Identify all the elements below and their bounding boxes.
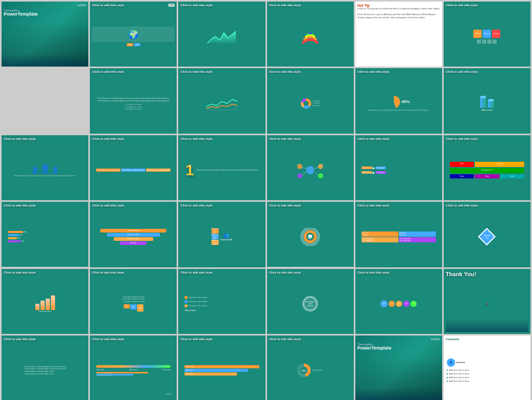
slide-33[interactable]: Click to edit title style 45% ThemeGalle… [267, 336, 354, 400]
cover-title: PowerTemplate [4, 12, 38, 17]
slide-9[interactable]: Click to edit title style ● Concept ● Co… [267, 68, 354, 133]
slide-20-content: Add your vision here Add your vision her… [180, 209, 263, 265]
slide-19[interactable]: Click to edit title style Describe a vis… [90, 202, 177, 267]
slide-27[interactable]: Click to edit title style Descriptionof … [267, 269, 354, 334]
slide-6[interactable]: Click to edit title style Text here Text… [444, 2, 530, 67]
person-icon-2: 👤 [40, 164, 50, 174]
slide-18[interactable]: Click to edit title style 60% 44% 36% 50… [2, 202, 88, 267]
slide-31[interactable]: Click to edit title style Title in here … [90, 336, 177, 400]
line-chart-icon [206, 96, 237, 111]
slide-27-content: Descriptionof thecontents [269, 276, 352, 332]
slide-28-content: CEO Text Text Text Text [357, 276, 440, 332]
slide-30-content: 1 ThemeGallery is a Design Digital Conte… [4, 342, 86, 398]
slide-21[interactable]: Click to edit title style Text [267, 202, 354, 267]
slide-12-content: 👤 👤 👤 ThemeGallery is a Design Digital C… [4, 142, 86, 198]
slide-20[interactable]: Click to edit title style Add your visio… [178, 202, 265, 267]
slide-16[interactable]: Click to edit title style Title in here … [355, 135, 442, 200]
slide-22-content: Text hereText here Text hereText here Cl… [357, 209, 440, 265]
slide-10-content: 45% ThemeGallery is a Design Digital Con… [357, 75, 440, 132]
slide-17[interactable]: Click to edit title style RED Important … [444, 135, 530, 200]
slide-16-content: Title in here ▶ Description Title in her… [357, 142, 440, 198]
svg-marker-0 [207, 31, 236, 43]
slide-13-content: ThemeGallery is a Design Digital ThemeGa… [92, 142, 175, 198]
slide-15[interactable]: Click to edit title style [267, 135, 354, 200]
slide-14[interactable]: Click to edit title style 1 ThemeGallery… [178, 135, 265, 200]
slide-3[interactable]: Click to edit title style [178, 2, 265, 67]
slide-4-content [269, 8, 352, 64]
slide-7-content: ThemeGallery is a Design Digital Content… [92, 75, 175, 132]
slide-33-content: 45% ThemeGallery... [269, 342, 352, 398]
slide-18-content: 60% 44% 36% 50% [4, 209, 86, 265]
hot-tip-content: ● How do I incorporate my LOGO and URL t… [357, 7, 440, 19]
svg-point-3 [297, 164, 302, 169]
slide-19-content: Describe a vision Describe a vision Desc… [92, 209, 175, 265]
slide-23[interactable]: Click to edit title style VisionText [444, 202, 530, 267]
contents-item-4: Add Your Text In here [447, 379, 469, 383]
slide-13[interactable]: Click to edit title style ThemeGallery i… [90, 135, 177, 200]
svg-line-7 [302, 167, 306, 169]
slide-cover2[interactable]: LOGO Themegallery PowerTemplate [355, 336, 442, 400]
contents-content: 👤 Contents Add Your Text In here Add You… [446, 342, 528, 398]
slide-26-content: Description of the contents Description … [180, 276, 263, 332]
slide-24-content: Chart Title in here [4, 276, 86, 332]
business-person-icon: 🕴️ [484, 302, 489, 307]
slide-22[interactable]: Click to edit title style Text hereText … [355, 202, 442, 267]
target-diagram: Text [297, 228, 323, 246]
slide-11[interactable]: Click to edit title style Title in here [444, 68, 530, 133]
area-chart-icon [207, 29, 236, 44]
svg-point-2 [306, 166, 314, 174]
slide-3-content [180, 8, 263, 64]
svg-point-4 [318, 164, 323, 169]
slide-2-content: Title Title [92, 8, 175, 64]
slide-26[interactable]: Click to edit title style Description of… [178, 269, 265, 334]
slide-7[interactable]: Click to edit title style ThemeGallery i… [90, 68, 177, 133]
slide-25-content: 1. Describe contents for a Chart 2. Desc… [92, 276, 175, 332]
slide-24[interactable]: Click to edit title style Chart Title in… [2, 269, 88, 334]
slide-15-content [269, 142, 352, 198]
cover-logo: LOGO [4, 4, 86, 7]
cover2-logo: LOGO [357, 338, 440, 341]
person-icon-3: 👤 [51, 166, 59, 174]
slide-25[interactable]: Click to edit title style 1. Describe co… [90, 269, 177, 334]
slide-grid: LOGO Themegallery PowerTemplate Click to… [0, 0, 532, 400]
slide-thank-you[interactable]: Thank You! 🕴️ [444, 269, 530, 334]
slide-9-content: ● Concept ● Concept ● Concept [269, 75, 352, 132]
slide-31-content: Title in here Title in here Title in her… [92, 342, 175, 398]
thank-you-content: 🕴️ [446, 277, 528, 332]
slide-30[interactable]: Click to edit title style 1 ThemeGallery… [2, 336, 88, 400]
slide-14-content: 1 ThemeGallery is a Design Digital Conte… [180, 142, 263, 198]
slide-32-content: Title in here Title in here Title in her… [180, 342, 263, 398]
slide-4[interactable]: Click to edit title style [267, 2, 354, 67]
rainbow-donut-icon [300, 29, 321, 44]
contents-item-1: Add Your Text In here [447, 368, 469, 372]
slide-cover[interactable]: LOGO Themegallery PowerTemplate [2, 2, 88, 67]
slide-8[interactable]: Click to edit title style [178, 68, 265, 133]
slide-contents[interactable]: Contents 👤 Contents Add Your Text In her… [444, 336, 530, 400]
world-map-icon [92, 27, 175, 42]
svg-text:Text: Text [309, 237, 312, 239]
slide-8-content [180, 75, 263, 132]
svg-line-8 [314, 167, 318, 169]
slide-32[interactable]: Click to edit title style Title in here … [178, 336, 265, 400]
slide-28[interactable]: Click to edit title style CEO Text Text … [355, 269, 442, 334]
connections-diagram [295, 161, 326, 179]
contents-item-2: Add Your Text In here [447, 372, 469, 376]
slide-17-content: RED Important Sub-department Safety Valu… [446, 142, 528, 198]
slide-10[interactable]: Click to edit title style 45% ThemeGalle… [355, 68, 442, 133]
svg-line-10 [314, 172, 318, 175]
contents-item-3: Add Your Text In here [447, 376, 469, 379]
logo-badge: LOGO [168, 4, 175, 7]
slide-21-content: Text [269, 209, 352, 265]
slide-11-content: Title in here [446, 75, 528, 132]
slide-12[interactable]: Click to edit title style 👤 👤 👤 ThemeGal… [2, 135, 88, 200]
svg-line-9 [302, 172, 306, 175]
svg-point-6 [318, 173, 323, 178]
slide-hot-tip[interactable]: Hot Tip ● How do I incorporate my LOGO a… [355, 2, 442, 67]
person-icon-1: 👤 [31, 166, 39, 174]
slide-23-content: VisionText [446, 209, 528, 265]
slide-2[interactable]: Click to edit title style Title Title LO… [90, 2, 177, 67]
slide-6-content: Text here Text here Text here [446, 8, 528, 64]
big-1-icon: 1 [185, 162, 194, 178]
svg-point-5 [297, 173, 302, 178]
cover2-title: PowerTemplate [357, 346, 392, 351]
